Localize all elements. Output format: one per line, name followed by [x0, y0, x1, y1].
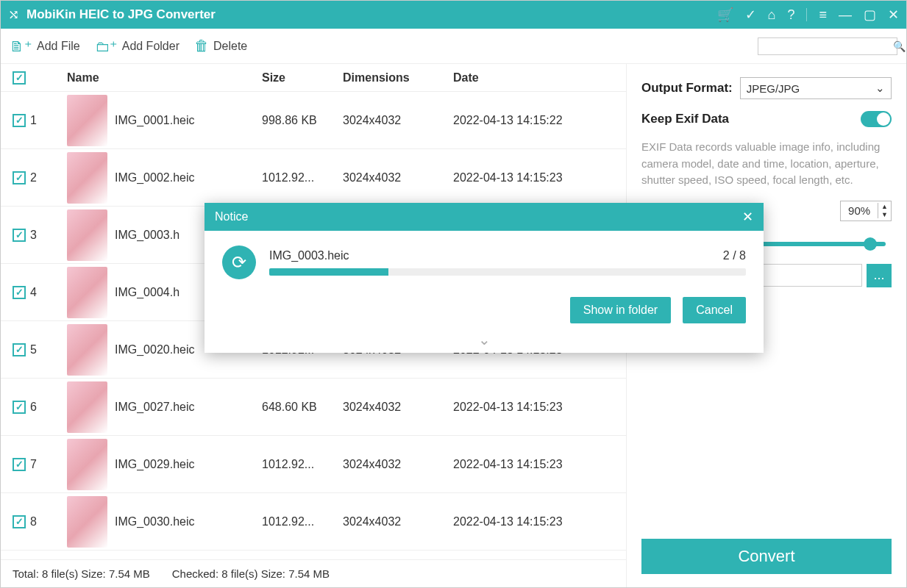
row-size: 998.86 KB [262, 114, 343, 127]
row-index: 1 [30, 114, 67, 127]
row-filename: IMG_0002.heic [115, 171, 262, 184]
output-format-label: Output Format: [641, 81, 733, 96]
add-folder-button[interactable]: 🗀⁺ Add Folder [95, 37, 179, 55]
app-title: MobiKin HEIC to JPG Converter [26, 7, 717, 22]
row-index: 7 [30, 458, 67, 471]
row-size: 1012.92... [262, 515, 343, 528]
row-checkbox[interactable]: ✓ [13, 401, 26, 414]
row-date: 2022-04-13 14:15:23 [453, 515, 619, 528]
thumbnail [67, 209, 107, 261]
dialog-title: Notice [215, 210, 248, 223]
trash-icon: 🗑 [194, 37, 209, 54]
row-checkbox[interactable]: ✓ [13, 458, 26, 471]
cart-icon[interactable]: 🛒 [717, 7, 733, 23]
quality-value: 90% [841, 204, 878, 217]
row-index: 4 [30, 286, 67, 299]
progress-dialog: Notice ✕ ⟳ IMG_0003.heic 2 / 8 Show in f… [204, 203, 764, 353]
row-dimensions: 3024x4032 [343, 171, 453, 184]
row-filename: IMG_0029.heic [115, 458, 262, 471]
row-checkbox[interactable]: ✓ [13, 515, 26, 528]
separator [806, 8, 807, 21]
row-index: 2 [30, 171, 67, 184]
progress-counter: 2 / 8 [723, 249, 746, 262]
search-input[interactable] [764, 40, 893, 52]
table-row[interactable]: ✓6IMG_0027.heic648.60 KB3024x40322022-04… [1, 379, 626, 436]
expand-chevron-icon[interactable]: ⌄ [204, 331, 764, 353]
add-folder-icon: 🗀⁺ [95, 37, 118, 55]
row-filename: IMG_0001.heic [115, 114, 262, 127]
slider-thumb[interactable] [864, 237, 877, 251]
row-size: 648.60 KB [262, 401, 343, 414]
search-input-wrap[interactable]: 🔍 [758, 37, 897, 55]
output-format-select[interactable]: JPEG/JPG ⌄ [740, 77, 892, 99]
maximize-icon[interactable]: ▢ [864, 7, 876, 23]
delete-button[interactable]: 🗑 Delete [194, 37, 247, 54]
row-date: 2022-04-13 14:15:22 [453, 114, 619, 127]
stepper-down-icon[interactable]: ▼ [878, 211, 891, 219]
row-dimensions: 3024x4032 [343, 458, 453, 471]
menu-icon[interactable]: ≡ [819, 7, 827, 23]
thumbnail [67, 381, 107, 433]
thumbnail [67, 324, 107, 376]
select-all-checkbox[interactable]: ✓ [13, 71, 26, 85]
row-index: 3 [30, 229, 67, 242]
status-total: Total: 8 file(s) Size: 7.54 MB [13, 567, 150, 580]
table-row[interactable]: ✓1IMG_0001.heic998.86 KB3024x40322022-04… [1, 92, 626, 149]
table-header: ✓ Name Size Dimensions Date [1, 64, 626, 92]
thumbnail [67, 267, 107, 318]
table-row[interactable]: ✓7IMG_0029.heic1012.92...3024x40322022-0… [1, 436, 626, 493]
help-icon[interactable]: ? [787, 7, 794, 23]
convert-button[interactable]: Convert [641, 539, 892, 574]
row-index: 8 [30, 515, 67, 528]
status-checked: Checked: 8 file(s) Size: 7.54 MB [172, 567, 330, 580]
col-size: Size [262, 71, 343, 85]
key-icon[interactable]: ✓ [745, 7, 756, 23]
cancel-button[interactable]: Cancel [683, 297, 746, 323]
row-date: 2022-04-13 14:15:23 [453, 171, 619, 184]
chevron-down-icon: ⌄ [875, 82, 885, 95]
show-in-folder-button[interactable]: Show in folder [570, 297, 671, 323]
quality-stepper[interactable]: 90% ▲ ▼ [840, 201, 892, 221]
row-date: 2022-04-13 14:15:23 [453, 401, 619, 414]
row-checkbox[interactable]: ✓ [13, 114, 26, 127]
row-index: 5 [30, 343, 67, 356]
row-filename: IMG_0027.heic [115, 401, 262, 414]
minimize-icon[interactable]: — [839, 7, 852, 23]
row-dimensions: 3024x4032 [343, 114, 453, 127]
row-dimensions: 3024x4032 [343, 401, 453, 414]
add-file-icon: 🗎⁺ [10, 37, 32, 55]
row-dimensions: 3024x4032 [343, 515, 453, 528]
table-row[interactable]: ✓8IMG_0030.heic1012.92...3024x40322022-0… [1, 493, 626, 551]
close-icon[interactable]: ✕ [888, 7, 899, 23]
progress-bar [269, 268, 746, 276]
spinner-icon: ⟳ [222, 245, 256, 279]
titlebar: ⤭ MobiKin HEIC to JPG Converter 🛒 ✓ ⌂ ? … [1, 1, 906, 29]
app-logo-icon: ⤭ [8, 7, 19, 23]
stepper-up-icon[interactable]: ▲ [878, 203, 891, 211]
browse-button[interactable]: ... [867, 264, 892, 287]
row-size: 1012.92... [262, 171, 343, 184]
exif-description: EXIF Data records valuable image info, i… [641, 139, 892, 189]
row-checkbox[interactable]: ✓ [13, 343, 26, 356]
thumbnail [67, 95, 107, 146]
toolbar: 🗎⁺ Add File 🗀⁺ Add Folder 🗑 Delete 🔍 [1, 29, 906, 64]
progress-fill [269, 268, 388, 276]
row-index: 6 [30, 401, 67, 414]
search-icon: 🔍 [893, 40, 906, 52]
row-checkbox[interactable]: ✓ [13, 171, 26, 184]
keep-exif-label: Keep Exif Data [641, 112, 729, 126]
row-checkbox[interactable]: ✓ [13, 286, 26, 299]
keep-exif-toggle[interactable] [861, 111, 892, 127]
add-file-button[interactable]: 🗎⁺ Add File [10, 37, 80, 55]
row-filename: IMG_0030.heic [115, 515, 262, 528]
home-icon[interactable]: ⌂ [768, 7, 776, 23]
thumbnail [67, 439, 107, 490]
col-dimensions: Dimensions [343, 71, 453, 85]
col-name: Name [67, 71, 262, 85]
row-checkbox[interactable]: ✓ [13, 229, 26, 242]
col-date: Date [453, 71, 619, 85]
status-bar: Total: 8 file(s) Size: 7.54 MB Checked: … [1, 559, 626, 587]
table-row[interactable]: ✓2IMG_0002.heic1012.92...3024x40322022-0… [1, 149, 626, 207]
dialog-close-icon[interactable]: ✕ [742, 209, 753, 225]
row-size: 1012.92... [262, 458, 343, 471]
